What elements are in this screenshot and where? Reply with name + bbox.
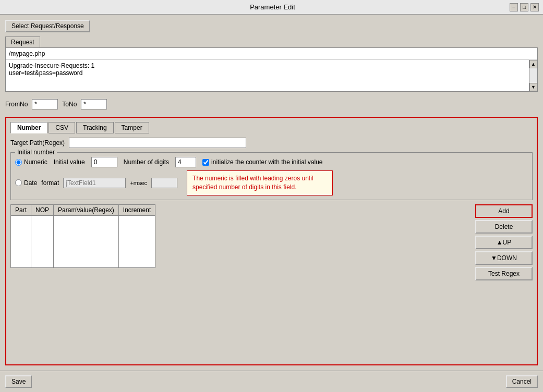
main-content: Select Request/Response Request Upgrade-… bbox=[0, 15, 543, 371]
bottom-bar: Save Cancel bbox=[0, 371, 543, 392]
numeric-row: Numeric Initial value Number of digits i… bbox=[15, 157, 528, 167]
target-path-row: Target Path(Regex) bbox=[10, 138, 533, 148]
to-no-input[interactable] bbox=[81, 99, 107, 109]
group-legend: Initial number bbox=[15, 149, 57, 156]
init-checkbox-label[interactable]: initialize the counter with the initial … bbox=[202, 158, 322, 166]
tab-tamper[interactable]: Tamper bbox=[115, 122, 149, 133]
select-request-button[interactable]: Select Request/Response bbox=[5, 20, 90, 32]
date-radio-label[interactable]: Date bbox=[15, 179, 37, 187]
param-tabs-section: Number CSV Tracking Tamper Target Path(R… bbox=[5, 117, 538, 365]
down-button[interactable]: ▼DOWN bbox=[475, 251, 533, 265]
request-tab-label[interactable]: Request bbox=[5, 36, 40, 47]
table-cell-nop bbox=[31, 215, 54, 267]
window-controls[interactable]: − □ ✕ bbox=[510, 3, 539, 11]
param-tabs-header: Number CSV Tracking Tamper bbox=[10, 122, 533, 133]
url-field[interactable] bbox=[6, 48, 537, 60]
msec-input[interactable] bbox=[151, 178, 177, 188]
param-table: Part NOP ParamValue(Regex) Increment bbox=[10, 204, 155, 268]
scroll-track bbox=[529, 68, 537, 83]
table-cell-part bbox=[11, 215, 31, 267]
table-cell-increment bbox=[118, 215, 155, 267]
col-paramvalue: ParamValue(Regex) bbox=[54, 204, 119, 215]
minimize-button[interactable]: − bbox=[510, 3, 518, 11]
col-nop: NOP bbox=[31, 204, 54, 215]
to-no-label: ToNo bbox=[62, 101, 77, 108]
tab-csv[interactable]: CSV bbox=[49, 122, 75, 133]
from-no-label: FromNo bbox=[5, 101, 28, 108]
close-button[interactable]: ✕ bbox=[530, 3, 539, 11]
request-body: Upgrade-Insecure-Requests: 1 user=test&p… bbox=[5, 47, 538, 92]
target-path-label: Target Path(Regex) bbox=[10, 139, 65, 146]
add-button[interactable]: Add bbox=[475, 204, 533, 218]
up-button[interactable]: ▲UP bbox=[475, 236, 533, 249]
maximize-button[interactable]: □ bbox=[520, 3, 528, 11]
range-row: FromNo ToNo bbox=[5, 99, 538, 109]
table-section: Part NOP ParamValue(Regex) Increment bbox=[10, 204, 533, 280]
cancel-button[interactable]: Cancel bbox=[506, 375, 538, 388]
date-row: Date format +msec The numeric is filled … bbox=[15, 170, 528, 195]
tab-number[interactable]: Number bbox=[10, 122, 47, 133]
table-wrapper: Part NOP ParamValue(Regex) Increment bbox=[10, 204, 471, 280]
top-buttons: Select Request/Response bbox=[5, 20, 538, 32]
test-regex-button[interactable]: Test Regex bbox=[475, 267, 533, 280]
request-textarea[interactable]: Upgrade-Insecure-Requests: 1 user=test&p… bbox=[6, 60, 529, 91]
side-buttons: Add Delete ▲UP ▼DOWN Test Regex bbox=[475, 204, 533, 280]
target-path-input[interactable] bbox=[69, 138, 246, 148]
tooltip-box: The numeric is filled with leading zeros… bbox=[187, 170, 333, 195]
scroll-down-button[interactable]: ▼ bbox=[529, 83, 538, 91]
init-checkbox[interactable] bbox=[202, 159, 209, 166]
date-radio[interactable] bbox=[15, 179, 22, 186]
scrollbar-vertical[interactable]: ▲ ▼ bbox=[529, 60, 537, 91]
format-input[interactable] bbox=[63, 178, 126, 188]
window-title: Parameter Edit bbox=[35, 3, 510, 11]
numeric-radio-label[interactable]: Numeric bbox=[15, 158, 47, 166]
col-increment: Increment bbox=[118, 204, 155, 215]
table-cell-paramvalue bbox=[54, 215, 119, 267]
col-part: Part bbox=[11, 204, 31, 215]
tab-tracking[interactable]: Tracking bbox=[76, 122, 114, 133]
digits-input[interactable] bbox=[175, 157, 196, 167]
plus-msec-label: +msec bbox=[130, 180, 147, 186]
scroll-up-button[interactable]: ▲ bbox=[529, 60, 538, 68]
save-button[interactable]: Save bbox=[5, 375, 32, 388]
initial-value-input[interactable] bbox=[91, 157, 117, 167]
request-section: Request Upgrade-Insecure-Requests: 1 use… bbox=[5, 36, 538, 92]
numeric-radio[interactable] bbox=[15, 159, 22, 166]
from-no-input[interactable] bbox=[32, 99, 58, 109]
initial-number-group: Initial number Numeric Initial value Num… bbox=[10, 152, 533, 200]
delete-button[interactable]: Delete bbox=[475, 220, 533, 234]
title-bar: Parameter Edit − □ ✕ bbox=[0, 0, 543, 15]
textarea-wrapper: Upgrade-Insecure-Requests: 1 user=test&p… bbox=[6, 60, 537, 91]
